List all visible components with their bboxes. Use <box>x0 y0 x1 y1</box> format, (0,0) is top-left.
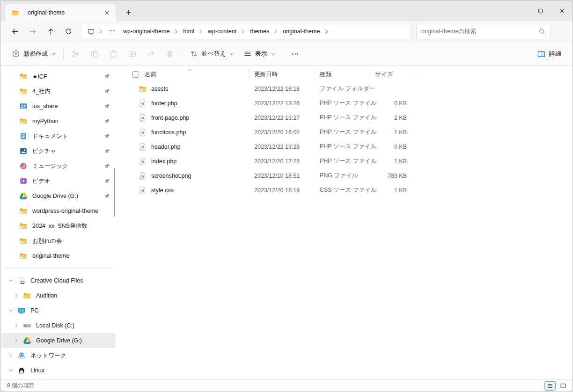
tree-expander[interactable] <box>12 323 21 328</box>
file-type: PHP ソース ファイル <box>315 143 370 151</box>
tree-expander[interactable] <box>6 278 15 283</box>
tree-item[interactable]: Linux <box>1 363 116 378</box>
details-view-toggle[interactable] <box>544 381 556 391</box>
column-header-name[interactable]: 名前 <box>127 67 250 81</box>
maximize-button[interactable] <box>529 0 551 21</box>
forward-button[interactable] <box>24 23 42 39</box>
up-button[interactable] <box>42 23 59 39</box>
column-header-type[interactable]: 種類 <box>315 67 370 81</box>
file-name: style.css <box>151 187 174 194</box>
sidebar-item[interactable]: myPython <box>1 114 116 129</box>
tab-original-theme[interactable]: original-theme <box>5 4 116 21</box>
sort-button[interactable]: 並べ替え <box>185 45 239 62</box>
file-date: 2023/12/22 13:27 <box>250 115 315 121</box>
folder-cloud-icon <box>19 252 28 260</box>
tree-item[interactable]: PC <box>1 303 116 318</box>
file-row[interactable]: header.php2023/12/22 13:26PHP ソース ファイル0 … <box>127 139 573 154</box>
select-all-checkbox[interactable] <box>132 71 139 78</box>
file-date: 2023/12/20 17:25 <box>250 158 315 165</box>
details-pane-button[interactable]: 詳細 <box>532 45 566 62</box>
file-type: CSS ソース ファイル <box>315 186 370 194</box>
view-button[interactable]: 表示 <box>239 45 280 62</box>
up-icon <box>47 28 55 36</box>
delete-button[interactable] <box>160 45 179 62</box>
file-row[interactable]: index.php2023/12/20 17:25PHP ソース ファイル1 K… <box>127 154 573 168</box>
sidebar-scrollbar[interactable] <box>114 168 115 217</box>
file-row[interactable]: front-page.php2023/12/22 13:27PHP ソース ファ… <box>127 110 573 125</box>
column-header-row: 名前 更新日時 種類 サイズ <box>127 67 573 81</box>
search-placeholder: original-themeの検索 <box>421 28 538 36</box>
tree-item[interactable]: Creative Cloud Files <box>1 273 116 288</box>
sidebar-item[interactable]: お別れの会 <box>1 233 116 248</box>
sidebar-item[interactable]: ビデオ <box>1 174 116 189</box>
column-header-size[interactable]: サイズ <box>370 67 416 81</box>
tree-item[interactable]: Audition <box>1 288 116 303</box>
this-pc-icon[interactable] <box>85 28 97 36</box>
back-button[interactable] <box>6 23 24 39</box>
address-bar[interactable]: wp-original-themehtmlwp-contentthemesori… <box>81 24 411 39</box>
breadcrumb-item[interactable]: html <box>179 27 198 36</box>
sidebar-item[interactable]: ピクチャ <box>1 144 116 159</box>
sidebar-item[interactable]: 2024_xx_SNS発信数 <box>1 218 116 233</box>
breadcrumb-item[interactable]: original-theme <box>279 27 323 36</box>
more-options-button[interactable] <box>286 45 305 62</box>
sidebar-item[interactable]: ★ICF <box>1 69 116 84</box>
file-name: assets <box>151 86 168 92</box>
new-button[interactable]: 新規作成 <box>7 45 60 62</box>
sort-ascending-icon <box>187 66 192 73</box>
tree-expander[interactable] <box>6 353 15 358</box>
thumbnail-view-toggle[interactable] <box>558 381 569 391</box>
file-name: front-page.php <box>151 115 189 121</box>
tree-expander[interactable] <box>12 338 21 343</box>
file-size: 1 KB <box>370 187 416 194</box>
sidebar-item[interactable]: 4_社内 <box>1 84 116 99</box>
file-row[interactable]: assets2023/12/22 16:18ファイル フォルダー <box>127 81 573 96</box>
cut-button[interactable] <box>66 45 85 62</box>
chevron-right-icon <box>173 29 179 34</box>
tree-expander[interactable] <box>6 308 15 313</box>
breadcrumb-overflow-button[interactable] <box>105 26 118 36</box>
sidebar-item[interactable]: original-theme <box>1 248 116 263</box>
tree-item[interactable]: Google Drive (G:) <box>1 333 116 348</box>
refresh-button[interactable] <box>59 23 77 39</box>
share-button[interactable] <box>141 45 160 62</box>
file-row[interactable]: style.css2023/12/20 16:19CSS ソース ファイル1 K… <box>127 183 573 197</box>
pc-icon <box>17 306 26 315</box>
sidebar-item[interactable]: ドキュメント <box>1 129 116 144</box>
file-size: 2 KB <box>370 115 416 121</box>
tree-item[interactable]: ネットワーク <box>1 348 116 363</box>
file-row[interactable]: functions.php2023/12/20 16:02PHP ソース ファイ… <box>127 125 573 139</box>
file-date: 2023/12/20 16:02 <box>250 129 315 136</box>
breadcrumb-item[interactable]: wp-content <box>204 27 240 36</box>
file-row[interactable]: footer.php2023/12/22 13:26PHP ソース ファイル0 … <box>127 96 573 110</box>
php-file-icon <box>139 99 147 108</box>
breadcrumb-item[interactable]: wp-original-theme <box>119 27 173 36</box>
tree-expander[interactable] <box>6 368 15 373</box>
breadcrumb-item[interactable]: themes <box>246 27 273 36</box>
copy-button[interactable] <box>85 45 104 62</box>
pin-icon <box>104 178 110 184</box>
sidebar-item[interactable]: ミュージック <box>1 159 116 174</box>
sidebar-item[interactable]: ius_share <box>1 99 116 114</box>
sidebar-item[interactable]: wordpress-original-theme <box>1 203 116 218</box>
php-file-icon <box>139 128 147 137</box>
sidebar-item[interactable]: Google Drive (G:) <box>1 189 116 203</box>
chevron-down-icon <box>51 51 56 56</box>
new-tab-button[interactable] <box>122 6 134 18</box>
close-button[interactable] <box>551 0 573 21</box>
tree-item[interactable]: Local Disk (C:) <box>1 318 116 333</box>
rename-button[interactable] <box>123 45 141 62</box>
file-type: PNG ファイル <box>315 172 370 180</box>
network-icon <box>17 351 26 360</box>
gdrive-icon <box>19 192 28 200</box>
minimize-button[interactable] <box>508 0 529 21</box>
tab-close-icon[interactable] <box>102 7 112 18</box>
column-header-date[interactable]: 更新日時 <box>250 67 315 81</box>
search-box[interactable]: original-themeの検索 <box>416 24 551 39</box>
file-row[interactable]: screenshot.png2023/12/10 18:51PNG ファイル78… <box>127 168 573 183</box>
file-date: 2023/12/22 13:26 <box>250 100 315 107</box>
paste-button[interactable] <box>104 45 123 62</box>
tree-expander[interactable] <box>12 293 21 298</box>
file-size: 1 KB <box>370 129 416 136</box>
pin-icon <box>104 88 110 94</box>
